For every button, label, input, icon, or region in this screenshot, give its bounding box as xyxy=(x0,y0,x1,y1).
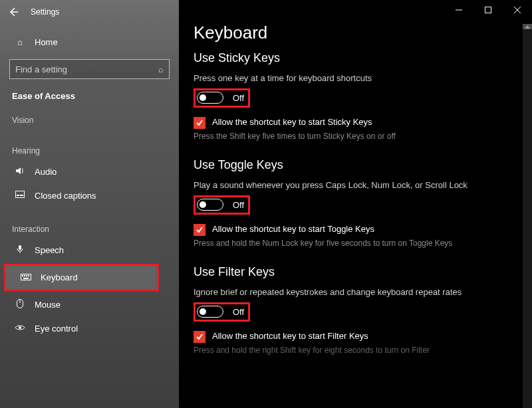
svg-rect-9 xyxy=(23,278,29,279)
toggle-label: Off xyxy=(233,93,244,103)
section-filter-keys: Use Filter Keys Ignore brief or repeated… xyxy=(194,265,512,355)
captions-icon xyxy=(15,191,25,201)
sidebar-item-keyboard[interactable]: Keyboard xyxy=(6,266,157,289)
audio-icon xyxy=(15,166,25,177)
checkbox-label: Allow the shortcut key to start Filter K… xyxy=(212,331,368,341)
highlight-toggle-keys-toggle: Off xyxy=(194,195,250,215)
sidebar-item-audio[interactable]: Audio xyxy=(0,159,179,184)
checkbox-checked-icon xyxy=(194,224,205,236)
sticky-heading: Use Sticky Keys xyxy=(194,51,512,65)
back-icon[interactable] xyxy=(8,7,19,17)
sidebar-item-label: Speech xyxy=(35,245,64,255)
svg-rect-2 xyxy=(20,195,23,196)
sidebar-item-label: Closed captions xyxy=(35,191,96,201)
filter-keys-toggle[interactable]: Off xyxy=(196,304,248,319)
toggle-keys-helper: Press and hold the Num Lock key for five… xyxy=(194,239,479,248)
sidebar-item-label: Audio xyxy=(35,167,57,177)
svg-rect-0 xyxy=(16,191,25,198)
sticky-toggle[interactable]: Off xyxy=(196,90,248,105)
toggle-label: Off xyxy=(233,307,244,317)
search-box[interactable]: ⌕ xyxy=(9,59,170,79)
mouse-icon xyxy=(15,299,25,310)
nav-home[interactable]: ⌂ Home xyxy=(0,31,179,54)
sidebar-group: Ease of Access xyxy=(0,88,179,104)
filter-desc: Ignore brief or repeated keystrokes and … xyxy=(194,287,479,297)
sidebar-item-eye[interactable]: Eye control xyxy=(0,317,179,340)
sticky-shortcut-checkbox[interactable]: Allow the shortcut key to start Sticky K… xyxy=(194,117,512,129)
checkbox-checked-icon xyxy=(194,331,205,343)
checkbox-label: Allow the shortcut key to start Toggle K… xyxy=(212,224,374,234)
filter-keys-shortcut-checkbox[interactable]: Allow the shortcut key to start Filter K… xyxy=(194,331,512,343)
toggle-switch-icon xyxy=(197,199,223,211)
sticky-helper: Press the Shift key five times to turn S… xyxy=(194,132,479,141)
page-heading: Keyboard xyxy=(194,23,512,43)
svg-rect-3 xyxy=(19,245,21,250)
sidebar-item-mouse[interactable]: Mouse xyxy=(0,292,179,317)
toggle-desc: Play a sound whenever you press Caps Loc… xyxy=(194,180,479,190)
filter-helper: Press and hold the right Shift key for e… xyxy=(194,346,479,355)
window-title: Settings xyxy=(31,7,59,17)
eye-icon xyxy=(15,324,25,334)
nav-home-label: Home xyxy=(35,37,58,47)
content-area: Keyboard Use Sticky Keys Press one key a… xyxy=(179,0,532,408)
sidebar-item-label: Eye control xyxy=(35,324,78,334)
keyboard-icon xyxy=(21,272,31,282)
sidebar-section-interaction: Interaction xyxy=(0,207,179,238)
titlebar: Settings xyxy=(0,0,179,24)
svg-rect-5 xyxy=(22,275,23,276)
sidebar-item-captions[interactable]: Closed captions xyxy=(0,184,179,207)
settings-window: Settings ⌂ Home ⌕ Ease of Access Vision … xyxy=(0,0,532,408)
toggle-keys-toggle[interactable]: Off xyxy=(196,197,248,212)
sidebar-item-label: Mouse xyxy=(35,300,61,310)
svg-rect-4 xyxy=(21,274,31,280)
sticky-desc: Press one key at a time for keyboard sho… xyxy=(194,73,479,83)
microphone-icon xyxy=(15,245,25,256)
toggle-heading: Use Toggle Keys xyxy=(194,158,512,172)
svg-rect-7 xyxy=(26,275,27,276)
toggle-switch-icon xyxy=(197,306,223,318)
svg-rect-8 xyxy=(28,275,29,276)
sidebar-section-vision: Vision xyxy=(0,104,179,129)
section-sticky-keys: Use Sticky Keys Press one key at a time … xyxy=(194,51,512,141)
highlight-sticky-toggle: Off xyxy=(194,88,250,108)
filter-heading: Use Filter Keys xyxy=(194,265,512,279)
sidebar-item-label: Keyboard xyxy=(41,272,78,282)
svg-point-12 xyxy=(19,326,21,329)
highlight-keyboard-nav: Keyboard xyxy=(4,264,159,291)
search-icon: ⌕ xyxy=(158,64,164,74)
toggle-label: Off xyxy=(233,200,244,210)
svg-rect-6 xyxy=(24,275,25,276)
toggle-switch-icon xyxy=(197,92,223,104)
scrollbar-up-arrow[interactable] xyxy=(523,24,532,29)
checkbox-label: Allow the shortcut key to start Sticky K… xyxy=(212,117,372,127)
svg-rect-1 xyxy=(17,195,19,196)
sidebar: Settings ⌂ Home ⌕ Ease of Access Vision … xyxy=(0,0,179,408)
checkbox-checked-icon xyxy=(194,117,205,129)
section-toggle-keys: Use Toggle Keys Play a sound whenever yo… xyxy=(194,158,512,248)
sidebar-section-hearing: Hearing xyxy=(0,129,179,159)
home-icon: ⌂ xyxy=(15,37,25,47)
scrollbar[interactable] xyxy=(523,24,532,408)
toggle-keys-shortcut-checkbox[interactable]: Allow the shortcut key to start Toggle K… xyxy=(194,224,512,236)
highlight-filter-toggle: Off xyxy=(194,302,250,322)
main-panel: Keyboard Use Sticky Keys Press one key a… xyxy=(179,0,532,408)
search-input[interactable] xyxy=(15,64,149,74)
sidebar-item-speech[interactable]: Speech xyxy=(0,238,179,262)
